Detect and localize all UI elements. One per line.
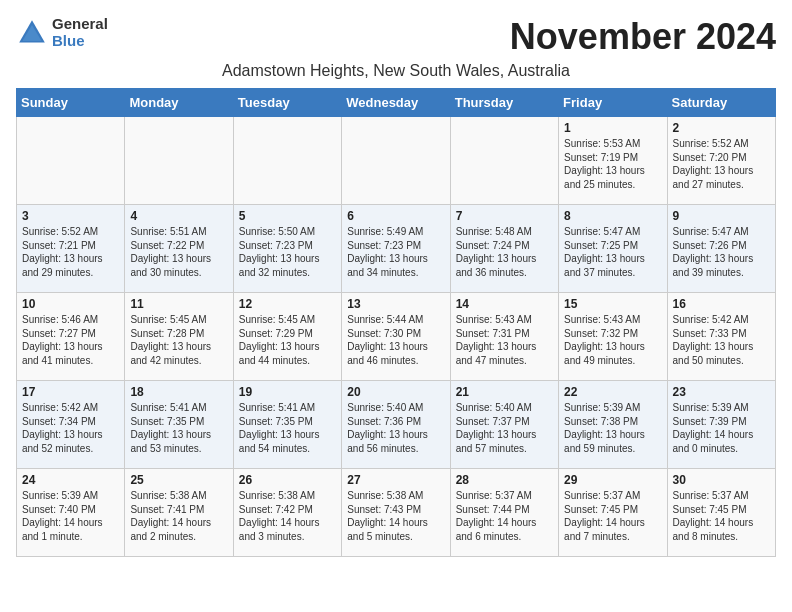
day-info: Sunrise: 5:41 AM Sunset: 7:35 PM Dayligh… — [130, 401, 227, 455]
day-info: Sunrise: 5:43 AM Sunset: 7:31 PM Dayligh… — [456, 313, 553, 367]
calendar-cell: 11Sunrise: 5:45 AM Sunset: 7:28 PM Dayli… — [125, 293, 233, 381]
location-title: Adamstown Heights, New South Wales, Aust… — [16, 62, 776, 80]
day-info: Sunrise: 5:41 AM Sunset: 7:35 PM Dayligh… — [239, 401, 336, 455]
day-info: Sunrise: 5:45 AM Sunset: 7:29 PM Dayligh… — [239, 313, 336, 367]
day-info: Sunrise: 5:49 AM Sunset: 7:23 PM Dayligh… — [347, 225, 444, 279]
day-info: Sunrise: 5:48 AM Sunset: 7:24 PM Dayligh… — [456, 225, 553, 279]
calendar-week-1: 1Sunrise: 5:53 AM Sunset: 7:19 PM Daylig… — [17, 117, 776, 205]
day-number: 29 — [564, 473, 661, 487]
calendar-cell: 7Sunrise: 5:48 AM Sunset: 7:24 PM Daylig… — [450, 205, 558, 293]
logo-text: General Blue — [52, 16, 108, 49]
calendar-cell: 23Sunrise: 5:39 AM Sunset: 7:39 PM Dayli… — [667, 381, 775, 469]
day-number: 15 — [564, 297, 661, 311]
day-number: 30 — [673, 473, 770, 487]
day-number: 2 — [673, 121, 770, 135]
day-info: Sunrise: 5:46 AM Sunset: 7:27 PM Dayligh… — [22, 313, 119, 367]
day-info: Sunrise: 5:40 AM Sunset: 7:36 PM Dayligh… — [347, 401, 444, 455]
day-info: Sunrise: 5:43 AM Sunset: 7:32 PM Dayligh… — [564, 313, 661, 367]
calendar-week-4: 17Sunrise: 5:42 AM Sunset: 7:34 PM Dayli… — [17, 381, 776, 469]
header-day-tuesday: Tuesday — [233, 89, 341, 117]
logo-icon — [16, 17, 48, 49]
calendar-cell: 8Sunrise: 5:47 AM Sunset: 7:25 PM Daylig… — [559, 205, 667, 293]
calendar-cell: 29Sunrise: 5:37 AM Sunset: 7:45 PM Dayli… — [559, 469, 667, 557]
day-number: 10 — [22, 297, 119, 311]
day-info: Sunrise: 5:39 AM Sunset: 7:39 PM Dayligh… — [673, 401, 770, 455]
calendar-cell: 15Sunrise: 5:43 AM Sunset: 7:32 PM Dayli… — [559, 293, 667, 381]
calendar-cell: 22Sunrise: 5:39 AM Sunset: 7:38 PM Dayli… — [559, 381, 667, 469]
calendar-cell: 19Sunrise: 5:41 AM Sunset: 7:35 PM Dayli… — [233, 381, 341, 469]
day-info: Sunrise: 5:45 AM Sunset: 7:28 PM Dayligh… — [130, 313, 227, 367]
calendar-cell: 3Sunrise: 5:52 AM Sunset: 7:21 PM Daylig… — [17, 205, 125, 293]
calendar-cell: 6Sunrise: 5:49 AM Sunset: 7:23 PM Daylig… — [342, 205, 450, 293]
header-day-sunday: Sunday — [17, 89, 125, 117]
calendar-cell: 9Sunrise: 5:47 AM Sunset: 7:26 PM Daylig… — [667, 205, 775, 293]
day-info: Sunrise: 5:38 AM Sunset: 7:41 PM Dayligh… — [130, 489, 227, 543]
header-day-wednesday: Wednesday — [342, 89, 450, 117]
day-number: 24 — [22, 473, 119, 487]
day-number: 4 — [130, 209, 227, 223]
calendar-cell: 16Sunrise: 5:42 AM Sunset: 7:33 PM Dayli… — [667, 293, 775, 381]
calendar-cell: 25Sunrise: 5:38 AM Sunset: 7:41 PM Dayli… — [125, 469, 233, 557]
calendar-cell — [125, 117, 233, 205]
day-number: 28 — [456, 473, 553, 487]
day-number: 12 — [239, 297, 336, 311]
day-number: 11 — [130, 297, 227, 311]
header-day-saturday: Saturday — [667, 89, 775, 117]
day-info: Sunrise: 5:40 AM Sunset: 7:37 PM Dayligh… — [456, 401, 553, 455]
day-number: 26 — [239, 473, 336, 487]
month-title: November 2024 — [510, 16, 776, 58]
day-number: 5 — [239, 209, 336, 223]
day-number: 1 — [564, 121, 661, 135]
calendar-cell: 4Sunrise: 5:51 AM Sunset: 7:22 PM Daylig… — [125, 205, 233, 293]
calendar-cell: 12Sunrise: 5:45 AM Sunset: 7:29 PM Dayli… — [233, 293, 341, 381]
calendar-cell — [450, 117, 558, 205]
day-info: Sunrise: 5:38 AM Sunset: 7:42 PM Dayligh… — [239, 489, 336, 543]
header-day-monday: Monday — [125, 89, 233, 117]
header-day-thursday: Thursday — [450, 89, 558, 117]
day-info: Sunrise: 5:39 AM Sunset: 7:38 PM Dayligh… — [564, 401, 661, 455]
calendar-header-row: SundayMondayTuesdayWednesdayThursdayFrid… — [17, 89, 776, 117]
calendar-cell: 24Sunrise: 5:39 AM Sunset: 7:40 PM Dayli… — [17, 469, 125, 557]
day-info: Sunrise: 5:39 AM Sunset: 7:40 PM Dayligh… — [22, 489, 119, 543]
logo-blue: Blue — [52, 33, 108, 50]
calendar-cell — [233, 117, 341, 205]
day-info: Sunrise: 5:42 AM Sunset: 7:33 PM Dayligh… — [673, 313, 770, 367]
day-number: 13 — [347, 297, 444, 311]
calendar-week-5: 24Sunrise: 5:39 AM Sunset: 7:40 PM Dayli… — [17, 469, 776, 557]
day-info: Sunrise: 5:52 AM Sunset: 7:21 PM Dayligh… — [22, 225, 119, 279]
day-info: Sunrise: 5:52 AM Sunset: 7:20 PM Dayligh… — [673, 137, 770, 191]
calendar-cell: 2Sunrise: 5:52 AM Sunset: 7:20 PM Daylig… — [667, 117, 775, 205]
calendar-table: SundayMondayTuesdayWednesdayThursdayFrid… — [16, 88, 776, 557]
day-number: 22 — [564, 385, 661, 399]
day-info: Sunrise: 5:44 AM Sunset: 7:30 PM Dayligh… — [347, 313, 444, 367]
day-number: 19 — [239, 385, 336, 399]
day-info: Sunrise: 5:47 AM Sunset: 7:25 PM Dayligh… — [564, 225, 661, 279]
day-info: Sunrise: 5:50 AM Sunset: 7:23 PM Dayligh… — [239, 225, 336, 279]
calendar-cell: 14Sunrise: 5:43 AM Sunset: 7:31 PM Dayli… — [450, 293, 558, 381]
day-number: 17 — [22, 385, 119, 399]
day-number: 8 — [564, 209, 661, 223]
calendar-cell: 20Sunrise: 5:40 AM Sunset: 7:36 PM Dayli… — [342, 381, 450, 469]
calendar-cell: 27Sunrise: 5:38 AM Sunset: 7:43 PM Dayli… — [342, 469, 450, 557]
day-number: 25 — [130, 473, 227, 487]
day-number: 14 — [456, 297, 553, 311]
logo: General Blue — [16, 16, 108, 49]
day-info: Sunrise: 5:53 AM Sunset: 7:19 PM Dayligh… — [564, 137, 661, 191]
calendar-cell — [17, 117, 125, 205]
calendar-cell — [342, 117, 450, 205]
page-header: General Blue November 2024 — [16, 16, 776, 58]
calendar-cell: 10Sunrise: 5:46 AM Sunset: 7:27 PM Dayli… — [17, 293, 125, 381]
day-info: Sunrise: 5:38 AM Sunset: 7:43 PM Dayligh… — [347, 489, 444, 543]
day-number: 7 — [456, 209, 553, 223]
calendar-cell: 30Sunrise: 5:37 AM Sunset: 7:45 PM Dayli… — [667, 469, 775, 557]
calendar-cell: 5Sunrise: 5:50 AM Sunset: 7:23 PM Daylig… — [233, 205, 341, 293]
day-number: 23 — [673, 385, 770, 399]
day-number: 6 — [347, 209, 444, 223]
calendar-cell: 21Sunrise: 5:40 AM Sunset: 7:37 PM Dayli… — [450, 381, 558, 469]
day-info: Sunrise: 5:47 AM Sunset: 7:26 PM Dayligh… — [673, 225, 770, 279]
day-number: 18 — [130, 385, 227, 399]
calendar-week-3: 10Sunrise: 5:46 AM Sunset: 7:27 PM Dayli… — [17, 293, 776, 381]
day-number: 16 — [673, 297, 770, 311]
day-number: 3 — [22, 209, 119, 223]
day-info: Sunrise: 5:42 AM Sunset: 7:34 PM Dayligh… — [22, 401, 119, 455]
